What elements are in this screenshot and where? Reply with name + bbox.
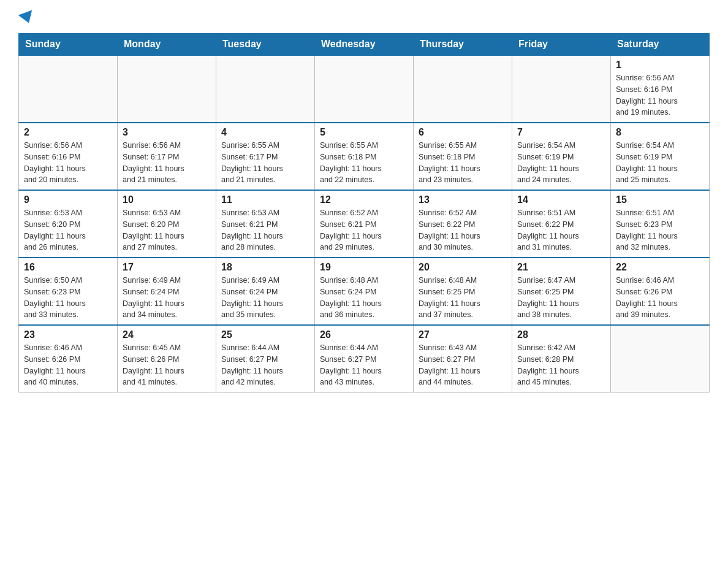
- day-number: 10: [123, 194, 211, 205]
- col-friday: Friday: [512, 34, 611, 56]
- calendar-cell: [118, 55, 216, 123]
- calendar-cell: 11Sunrise: 6:53 AMSunset: 6:21 PMDayligh…: [216, 190, 315, 258]
- day-number: 24: [123, 329, 211, 340]
- day-number: 4: [221, 127, 309, 138]
- day-number: 26: [320, 329, 408, 340]
- calendar-cell: 24Sunrise: 6:45 AMSunset: 6:26 PMDayligh…: [118, 325, 216, 393]
- calendar-cell: 7Sunrise: 6:54 AMSunset: 6:19 PMDaylight…: [512, 123, 611, 190]
- calendar-cell: 13Sunrise: 6:52 AMSunset: 6:22 PMDayligh…: [414, 190, 512, 258]
- day-info: Sunrise: 6:50 AMSunset: 6:23 PMDaylight:…: [24, 275, 112, 321]
- day-info: Sunrise: 6:56 AMSunset: 6:16 PMDaylight:…: [616, 72, 704, 118]
- day-number: 18: [221, 262, 309, 273]
- day-number: 12: [320, 194, 408, 205]
- day-info: Sunrise: 6:55 AMSunset: 6:17 PMDaylight:…: [221, 140, 309, 186]
- day-number: 5: [320, 127, 408, 138]
- day-info: Sunrise: 6:44 AMSunset: 6:27 PMDaylight:…: [320, 342, 408, 388]
- calendar-cell: 19Sunrise: 6:48 AMSunset: 6:24 PMDayligh…: [315, 258, 414, 325]
- calendar-cell: 17Sunrise: 6:49 AMSunset: 6:24 PMDayligh…: [118, 258, 216, 325]
- day-number: 6: [419, 127, 507, 138]
- logo-triangle-icon: [18, 10, 36, 25]
- calendar-week-row: 2Sunrise: 6:56 AMSunset: 6:16 PMDaylight…: [19, 123, 710, 190]
- day-info: Sunrise: 6:46 AMSunset: 6:26 PMDaylight:…: [24, 342, 112, 388]
- calendar-cell: 21Sunrise: 6:47 AMSunset: 6:25 PMDayligh…: [512, 258, 611, 325]
- day-info: Sunrise: 6:54 AMSunset: 6:19 PMDaylight:…: [616, 140, 704, 186]
- day-number: 2: [24, 127, 112, 138]
- day-number: 14: [517, 194, 605, 205]
- day-number: 17: [123, 262, 211, 273]
- day-number: 23: [24, 329, 112, 340]
- day-number: 21: [517, 262, 605, 273]
- day-number: 13: [419, 194, 507, 205]
- logo: [18, 12, 34, 23]
- day-number: 8: [616, 127, 704, 138]
- day-info: Sunrise: 6:49 AMSunset: 6:24 PMDaylight:…: [123, 275, 211, 321]
- day-info: Sunrise: 6:49 AMSunset: 6:24 PMDaylight:…: [221, 275, 309, 321]
- col-thursday: Thursday: [414, 34, 512, 56]
- day-info: Sunrise: 6:52 AMSunset: 6:21 PMDaylight:…: [320, 207, 408, 253]
- calendar-cell: 1Sunrise: 6:56 AMSunset: 6:16 PMDaylight…: [611, 55, 710, 123]
- calendar-cell: [611, 325, 710, 393]
- logo-blue-text: [18, 12, 34, 23]
- calendar-week-row: 9Sunrise: 6:53 AMSunset: 6:20 PMDaylight…: [19, 190, 710, 258]
- day-info: Sunrise: 6:43 AMSunset: 6:27 PMDaylight:…: [419, 342, 507, 388]
- day-info: Sunrise: 6:56 AMSunset: 6:17 PMDaylight:…: [123, 140, 211, 186]
- col-wednesday: Wednesday: [315, 34, 414, 56]
- calendar-week-row: 16Sunrise: 6:50 AMSunset: 6:23 PMDayligh…: [19, 258, 710, 325]
- calendar-cell: 25Sunrise: 6:44 AMSunset: 6:27 PMDayligh…: [216, 325, 315, 393]
- day-info: Sunrise: 6:55 AMSunset: 6:18 PMDaylight:…: [419, 140, 507, 186]
- day-number: 28: [517, 329, 605, 340]
- col-sunday: Sunday: [19, 34, 118, 56]
- calendar-cell: 6Sunrise: 6:55 AMSunset: 6:18 PMDaylight…: [414, 123, 512, 190]
- day-info: Sunrise: 6:51 AMSunset: 6:23 PMDaylight:…: [616, 207, 704, 253]
- day-info: Sunrise: 6:45 AMSunset: 6:26 PMDaylight:…: [123, 342, 211, 388]
- calendar-cell: 4Sunrise: 6:55 AMSunset: 6:17 PMDaylight…: [216, 123, 315, 190]
- col-tuesday: Tuesday: [216, 34, 315, 56]
- calendar-cell: 16Sunrise: 6:50 AMSunset: 6:23 PMDayligh…: [19, 258, 118, 325]
- calendar-cell: 5Sunrise: 6:55 AMSunset: 6:18 PMDaylight…: [315, 123, 414, 190]
- day-number: 22: [616, 262, 704, 273]
- calendar-cell: 2Sunrise: 6:56 AMSunset: 6:16 PMDaylight…: [19, 123, 118, 190]
- calendar-cell: 26Sunrise: 6:44 AMSunset: 6:27 PMDayligh…: [315, 325, 414, 393]
- calendar-cell: [19, 55, 118, 123]
- day-info: Sunrise: 6:52 AMSunset: 6:22 PMDaylight:…: [419, 207, 507, 253]
- day-info: Sunrise: 6:54 AMSunset: 6:19 PMDaylight:…: [517, 140, 605, 186]
- day-number: 9: [24, 194, 112, 205]
- day-info: Sunrise: 6:56 AMSunset: 6:16 PMDaylight:…: [24, 140, 112, 186]
- calendar-week-row: 1Sunrise: 6:56 AMSunset: 6:16 PMDaylight…: [19, 55, 710, 123]
- calendar-cell: 12Sunrise: 6:52 AMSunset: 6:21 PMDayligh…: [315, 190, 414, 258]
- day-number: 3: [123, 127, 211, 138]
- col-saturday: Saturday: [611, 34, 710, 56]
- calendar-cell: 27Sunrise: 6:43 AMSunset: 6:27 PMDayligh…: [414, 325, 512, 393]
- calendar-cell: 28Sunrise: 6:42 AMSunset: 6:28 PMDayligh…: [512, 325, 611, 393]
- calendar-cell: 20Sunrise: 6:48 AMSunset: 6:25 PMDayligh…: [414, 258, 512, 325]
- day-info: Sunrise: 6:53 AMSunset: 6:20 PMDaylight:…: [123, 207, 211, 253]
- day-number: 25: [221, 329, 309, 340]
- calendar-cell: 9Sunrise: 6:53 AMSunset: 6:20 PMDaylight…: [19, 190, 118, 258]
- day-info: Sunrise: 6:46 AMSunset: 6:26 PMDaylight:…: [616, 275, 704, 321]
- day-number: 20: [419, 262, 507, 273]
- day-info: Sunrise: 6:42 AMSunset: 6:28 PMDaylight:…: [517, 342, 605, 388]
- day-info: Sunrise: 6:48 AMSunset: 6:25 PMDaylight:…: [419, 275, 507, 321]
- calendar-week-row: 23Sunrise: 6:46 AMSunset: 6:26 PMDayligh…: [19, 325, 710, 393]
- day-info: Sunrise: 6:53 AMSunset: 6:21 PMDaylight:…: [221, 207, 309, 253]
- calendar-cell: 8Sunrise: 6:54 AMSunset: 6:19 PMDaylight…: [611, 123, 710, 190]
- calendar-cell: 22Sunrise: 6:46 AMSunset: 6:26 PMDayligh…: [611, 258, 710, 325]
- calendar-cell: [414, 55, 512, 123]
- calendar-cell: 10Sunrise: 6:53 AMSunset: 6:20 PMDayligh…: [118, 190, 216, 258]
- day-number: 15: [616, 194, 704, 205]
- day-info: Sunrise: 6:53 AMSunset: 6:20 PMDaylight:…: [24, 207, 112, 253]
- header: [18, 12, 710, 23]
- calendar-header-row: Sunday Monday Tuesday Wednesday Thursday…: [19, 34, 710, 56]
- day-info: Sunrise: 6:51 AMSunset: 6:22 PMDaylight:…: [517, 207, 605, 253]
- day-number: 7: [517, 127, 605, 138]
- calendar-cell: 15Sunrise: 6:51 AMSunset: 6:23 PMDayligh…: [611, 190, 710, 258]
- calendar-cell: 14Sunrise: 6:51 AMSunset: 6:22 PMDayligh…: [512, 190, 611, 258]
- calendar-cell: [315, 55, 414, 123]
- calendar-cell: 18Sunrise: 6:49 AMSunset: 6:24 PMDayligh…: [216, 258, 315, 325]
- day-info: Sunrise: 6:47 AMSunset: 6:25 PMDaylight:…: [517, 275, 605, 321]
- col-monday: Monday: [118, 34, 216, 56]
- day-info: Sunrise: 6:44 AMSunset: 6:27 PMDaylight:…: [221, 342, 309, 388]
- day-info: Sunrise: 6:55 AMSunset: 6:18 PMDaylight:…: [320, 140, 408, 186]
- day-number: 1: [616, 59, 704, 71]
- day-number: 27: [419, 329, 507, 340]
